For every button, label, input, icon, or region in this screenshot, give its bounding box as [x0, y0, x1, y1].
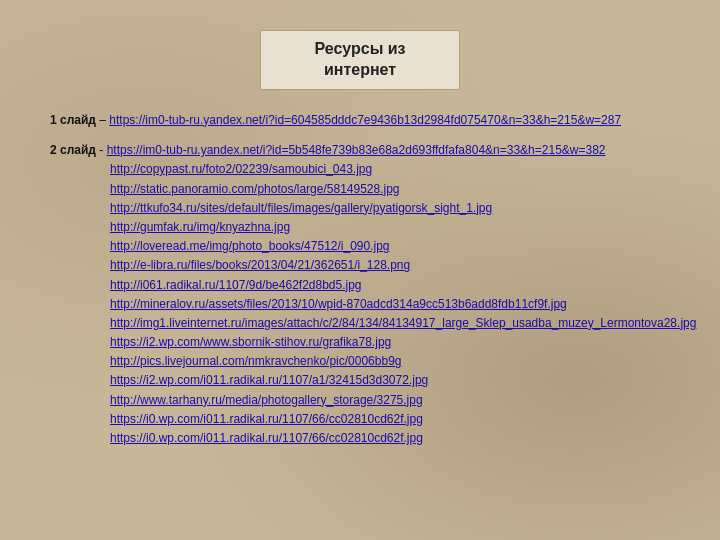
slide1-url[interactable]: https://im0-tub-ru.yandex.net/i?id=60458…	[109, 113, 621, 127]
slide2-link-9[interactable]: https://i2.wp.com/www.sbornik-stihov.ru/…	[110, 333, 670, 352]
title-box: Ресурсы из интернет	[260, 30, 460, 90]
slide1-label: 1 слайд	[50, 113, 96, 127]
slide2-link-14[interactable]: https://i0.wp.com/i011.radikal.ru/1107/6…	[110, 429, 670, 448]
slide2-link-6[interactable]: http://i061.radikal.ru/1107/9d/be462f2d8…	[110, 276, 670, 295]
slide2-link-8[interactable]: http://img1.liveinternet.ru/images/attac…	[110, 314, 670, 333]
slide2-dash: -	[96, 143, 107, 157]
slide2-link-2[interactable]: http://ttkufo34.ru/sites/default/files/i…	[110, 199, 670, 218]
page-container: Ресурсы из интернет 1 слайд – https://im…	[0, 0, 720, 540]
slide1-dash: –	[96, 113, 109, 127]
slide2-label: 2 слайд	[50, 143, 96, 157]
slide2-link-10[interactable]: http://pics.livejournal.com/nmkravchenko…	[110, 352, 670, 371]
slide2-link-13[interactable]: https://i0.wp.com/i011.radikal.ru/1107/6…	[110, 410, 670, 429]
slide2-links: http://copypast.ru/foto2/02239/samoubici…	[50, 160, 670, 448]
slide1-item: 1 слайд – https://im0-tub-ru.yandex.net/…	[50, 110, 670, 130]
slide2-link-1[interactable]: http://static.panoramio.com/photos/large…	[110, 180, 670, 199]
title-line2: интернет	[324, 61, 396, 78]
slide2-link-5[interactable]: http://e-libra.ru/files/books/2013/04/21…	[110, 256, 670, 275]
slide2-link-0[interactable]: http://copypast.ru/foto2/02239/samoubici…	[110, 160, 670, 179]
slide2-item: 2 слайд - https://im0-tub-ru.yandex.net/…	[50, 140, 670, 448]
slide2-link-4[interactable]: http://loveread.me/img/photo_books/47512…	[110, 237, 670, 256]
slide2-link-12[interactable]: http://www.tarhany.ru/media/photogallery…	[110, 391, 670, 410]
slide2-link-3[interactable]: http://gumfak.ru/img/knyazhna.jpg	[110, 218, 670, 237]
slide2-link-11[interactable]: https://i2.wp.com/i011.radikal.ru/1107/a…	[110, 371, 670, 390]
content-area: 1 слайд – https://im0-tub-ru.yandex.net/…	[30, 110, 690, 449]
slide2-link-7[interactable]: http://mineralov.ru/assets/files/2013/10…	[110, 295, 670, 314]
title-line1: Ресурсы из	[314, 40, 405, 57]
slide2-url[interactable]: https://im0-tub-ru.yandex.net/i?id=5b548…	[107, 143, 606, 157]
